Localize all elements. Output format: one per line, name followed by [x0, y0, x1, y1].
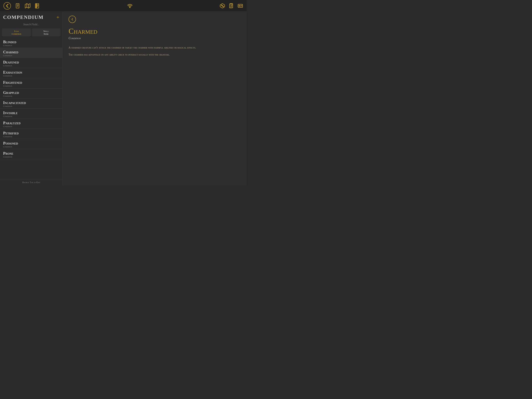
item-type: Condition [3, 64, 59, 67]
filter-tab-item-top: Item [4, 30, 29, 33]
filter-tabs: Item Condition Spell None [2, 28, 61, 36]
sidebar-footer: Double Tap to Edit [0, 179, 63, 186]
document-icon[interactable] [15, 3, 21, 9]
map-icon[interactable] [25, 3, 30, 9]
main-area: Compendium + Search Field... Item Condit… [0, 12, 247, 186]
item-type: Condition [3, 115, 59, 117]
list-item[interactable]: ExhaustionCondition [0, 68, 63, 78]
dice-icon[interactable] [220, 3, 225, 9]
svg-point-15 [221, 5, 222, 6]
back-arrow-icon [4, 3, 11, 9]
detail-back-arrow-icon [70, 17, 74, 21]
list-item[interactable]: CharmedCondition [0, 48, 63, 58]
svg-point-12 [129, 7, 130, 8]
item-type: Condition [3, 85, 59, 87]
item-name: Blinded [3, 40, 59, 44]
filter-tab-spell-bottom: None [33, 33, 59, 35]
item-name: Deafened [3, 60, 59, 64]
item-name: Grappled [3, 90, 59, 95]
top-bar [0, 0, 247, 12]
filter-tab-item[interactable]: Item Condition [2, 28, 31, 36]
item-type: Condition [3, 156, 59, 158]
detail-back-button[interactable] [69, 16, 76, 23]
description-paragraph: The charmer has advantage on any ability… [69, 52, 228, 57]
item-type: Condition [3, 146, 59, 148]
notepad-icon[interactable] [229, 3, 234, 9]
top-bar-left [4, 2, 40, 10]
filter-tab-spell[interactable]: Spell None [32, 28, 61, 36]
svg-point-16 [223, 6, 223, 7]
journal-icon[interactable] [35, 3, 40, 9]
filter-tab-spell-top: Spell [33, 30, 59, 33]
filter-tab-item-bottom: Condition [4, 33, 29, 35]
svg-rect-8 [36, 4, 36, 8]
svg-marker-4 [25, 4, 30, 8]
sidebar: Compendium + Search Field... Item Condit… [0, 12, 63, 186]
list-item[interactable]: BlindedCondition [0, 38, 63, 48]
item-name: Invisible [3, 111, 59, 115]
description-paragraph: A charmed creature can't attack the char… [69, 45, 228, 50]
id-card-icon[interactable] [238, 3, 243, 9]
item-type: Condition [3, 44, 59, 46]
condition-list: BlindedConditionCharmedConditionDeafened… [0, 38, 63, 179]
list-item[interactable]: DeafenedCondition [0, 58, 63, 68]
item-name: Poisoned [3, 141, 59, 146]
compendium-title: Compendium [3, 14, 44, 20]
list-item[interactable]: GrappledCondition [0, 89, 63, 99]
list-item[interactable]: PetrifiedCondition [0, 129, 63, 139]
item-name: Frightened [3, 80, 59, 85]
item-type: Condition [3, 125, 59, 128]
item-name: Incapacitated [3, 101, 59, 105]
detail-subtitle: Condition [69, 36, 241, 40]
top-bar-right [220, 3, 243, 9]
item-name: Prone [3, 151, 59, 156]
item-name: Paralyzed [3, 121, 59, 125]
svg-point-14 [222, 6, 223, 6]
sidebar-header: Compendium + [0, 12, 63, 22]
item-type: Condition [3, 75, 59, 77]
detail-title: Charmed [69, 26, 241, 36]
list-item[interactable]: PoisonedCondition [0, 139, 63, 149]
list-item[interactable]: ParalyzedCondition [0, 119, 63, 129]
list-item[interactable]: FrightenedCondition [0, 78, 63, 89]
item-name: Petrified [3, 131, 59, 135]
item-name: Charmed [3, 50, 59, 54]
search-field[interactable]: Search Field... [2, 22, 61, 27]
list-item[interactable]: InvisibleCondition [0, 109, 63, 119]
svg-point-25 [239, 5, 240, 6]
item-type: Condition [3, 95, 59, 97]
wifi-icon[interactable] [127, 3, 133, 9]
item-name: Exhaustion [3, 70, 59, 75]
item-type: Condition [3, 54, 59, 57]
detail-panel: Charmed Condition A charmed creature can… [63, 12, 247, 186]
detail-description: A charmed creature can't attack the char… [69, 45, 228, 57]
top-back-button[interactable] [4, 2, 11, 10]
add-button[interactable]: + [56, 15, 59, 20]
item-type: Condition [3, 105, 59, 107]
top-bar-center [127, 3, 133, 9]
list-item[interactable]: ProneCondition [0, 149, 63, 159]
item-type: Condition [3, 135, 59, 138]
list-item[interactable]: IncapacitatedCondition [0, 99, 63, 109]
